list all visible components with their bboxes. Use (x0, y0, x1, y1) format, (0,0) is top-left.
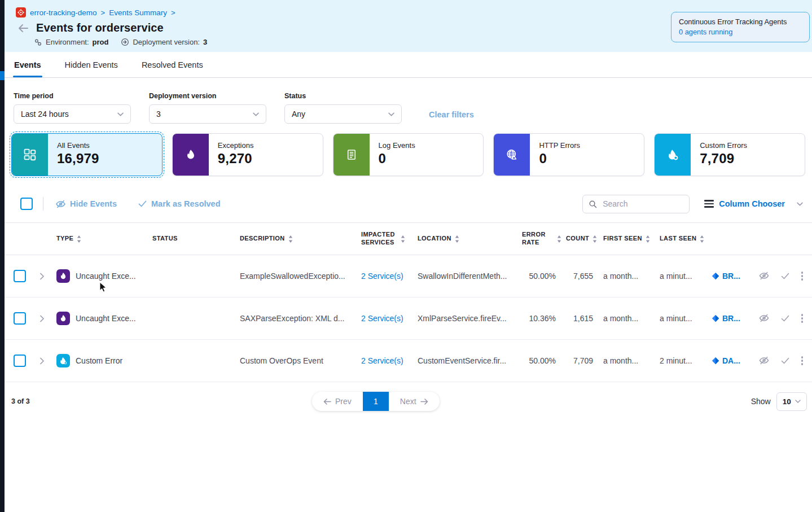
hide-event-icon[interactable] (759, 314, 769, 322)
first-seen: a month... (599, 356, 655, 365)
select-all-checkbox[interactable] (20, 198, 33, 210)
deployment-version-label: Deployment version (149, 92, 266, 100)
sidebar-active-indicator (0, 71, 5, 80)
column-header-impacted-services[interactable]: IMPACTED SERVICES (357, 231, 413, 247)
grid-icon (12, 134, 48, 176)
expand-row-button[interactable] (33, 357, 52, 365)
pager: Prev 1 Next (312, 392, 440, 411)
tab-resolved-events[interactable]: Resolved Events (142, 52, 203, 77)
row-checkbox[interactable] (14, 312, 26, 325)
hide-event-icon[interactable] (759, 356, 769, 365)
flame-icon (173, 134, 209, 176)
table-row[interactable]: Uncaught Exce... SAXParseException: XML … (5, 297, 812, 340)
row-menu-icon[interactable] (801, 272, 803, 280)
toolbar-divider (43, 197, 43, 211)
back-button[interactable] (18, 24, 29, 33)
tab-hidden-events[interactable]: Hidden Events (65, 52, 118, 77)
impacted-services-link[interactable]: 2 Service(s) (361, 272, 403, 281)
main-content: error-tracking-demo > Events Summary > E… (5, 0, 812, 512)
search-icon (589, 200, 597, 208)
column-header-location[interactable]: LOCATION (413, 235, 517, 243)
row-checkbox[interactable] (14, 270, 26, 282)
resolve-event-icon[interactable] (781, 357, 789, 364)
breadcrumb-project-link[interactable]: error-tracking-demo (30, 8, 97, 17)
column-header-description[interactable]: DESCRIPTION (235, 235, 357, 243)
hide-event-icon[interactable] (759, 272, 769, 280)
next-page-button[interactable]: Next (389, 392, 440, 411)
chevron-down-icon (253, 112, 259, 116)
jira-icon (712, 357, 719, 365)
sort-icon (401, 235, 405, 243)
eye-slash-icon (56, 200, 65, 208)
card-log-events[interactable]: Log Events 0 (333, 133, 484, 176)
table-row[interactable]: Uncaught Exce... ExampleSwallowedExcepti… (5, 255, 812, 297)
event-count: 7,709 (561, 356, 599, 365)
card-exceptions[interactable]: Exceptions 9,270 (172, 133, 323, 176)
page-size-select[interactable]: 10 (776, 392, 807, 411)
clear-filters-button[interactable]: Clear filters (429, 110, 474, 119)
card-custom-errors[interactable]: Custom Errors 7,709 (654, 133, 805, 176)
collapsed-sidebar[interactable] (0, 0, 5, 512)
card-label: HTTP Errors (539, 141, 580, 150)
prev-page-button[interactable]: Prev (312, 392, 363, 411)
column-chooser-button[interactable]: Column Chooser (704, 199, 803, 208)
column-header-first-seen[interactable]: FIRST SEEN (599, 235, 655, 243)
error-tracking-logo-icon (16, 7, 26, 17)
event-count: 1,615 (561, 314, 599, 323)
jira-icon (712, 272, 719, 280)
pagination-bar: 3 of 3 Prev 1 Next Show 10 per page (5, 391, 812, 412)
column-header-type[interactable]: TYPE (52, 235, 148, 243)
tab-events[interactable]: Events (14, 52, 41, 77)
filters-bar: Time period Last 24 hours Deployment ver… (5, 78, 812, 124)
exception-type-icon (56, 269, 70, 283)
status-select[interactable]: Any (284, 104, 402, 124)
mark-resolved-button[interactable]: Mark as Resolved (138, 199, 221, 208)
error-rate: 50.00% (517, 272, 561, 281)
environment-meta: Environment: prod (34, 38, 108, 46)
deployment-version-select[interactable]: 3 (149, 104, 266, 124)
column-header-count[interactable]: COUNT (561, 235, 599, 243)
sort-icon (646, 235, 650, 243)
jira-ticket-link[interactable]: BR... (707, 314, 753, 323)
column-header-error-rate[interactable]: ERROR RATE (517, 231, 561, 247)
jira-ticket-link[interactable]: BR... (707, 272, 753, 281)
search-input[interactable] (602, 199, 677, 209)
resolve-event-icon[interactable] (781, 315, 789, 322)
impacted-services-link[interactable]: 2 Service(s) (361, 356, 403, 365)
custom-error-type-icon (56, 354, 70, 367)
jira-ticket-link[interactable]: DA... (707, 356, 753, 365)
chevron-down-icon (797, 202, 803, 206)
last-seen: a minut... (655, 314, 707, 323)
search-box (582, 195, 690, 213)
time-period-value: Last 24 hours (21, 110, 69, 119)
status-filter: Status Any (284, 92, 402, 124)
table-header-row: TYPE STATUS DESCRIPTION IMPACTED SERVICE… (5, 223, 812, 255)
agents-running-link[interactable]: 0 agents running (679, 28, 802, 36)
environment-label: Environment: (46, 38, 89, 46)
row-menu-icon[interactable] (801, 314, 803, 322)
event-type: Uncaught Exce... (76, 314, 136, 323)
time-period-label: Time period (14, 92, 131, 100)
sort-icon (77, 235, 81, 243)
breadcrumb-section-link[interactable]: Events Summary (109, 8, 167, 17)
card-all-events[interactable]: All Events 16,979 (11, 133, 163, 176)
page-number-button[interactable]: 1 (363, 392, 389, 411)
card-value: 9,270 (218, 151, 254, 167)
time-period-filter: Time period Last 24 hours (14, 92, 131, 124)
table-row[interactable]: Custom Error Custom OverOps Event 2 Serv… (5, 340, 812, 382)
expand-row-button[interactable] (33, 273, 52, 280)
exception-type-icon (56, 312, 70, 325)
row-menu-icon[interactable] (801, 356, 803, 365)
globe-alert-icon (494, 134, 530, 176)
column-header-last-seen[interactable]: LAST SEEN (655, 235, 707, 243)
card-http-errors[interactable]: HTTP Errors 0 (493, 133, 644, 176)
resolve-event-icon[interactable] (781, 273, 789, 279)
expand-row-button[interactable] (33, 315, 52, 322)
impacted-services-link[interactable]: 2 Service(s) (361, 314, 403, 323)
time-period-select[interactable]: Last 24 hours (14, 104, 131, 124)
arrow-right-icon (420, 399, 428, 405)
sort-icon (288, 235, 293, 243)
row-checkbox[interactable] (14, 355, 26, 367)
event-description: ExampleSwallowedExceptio... (235, 272, 357, 281)
hide-events-button[interactable]: Hide Events (56, 199, 117, 208)
